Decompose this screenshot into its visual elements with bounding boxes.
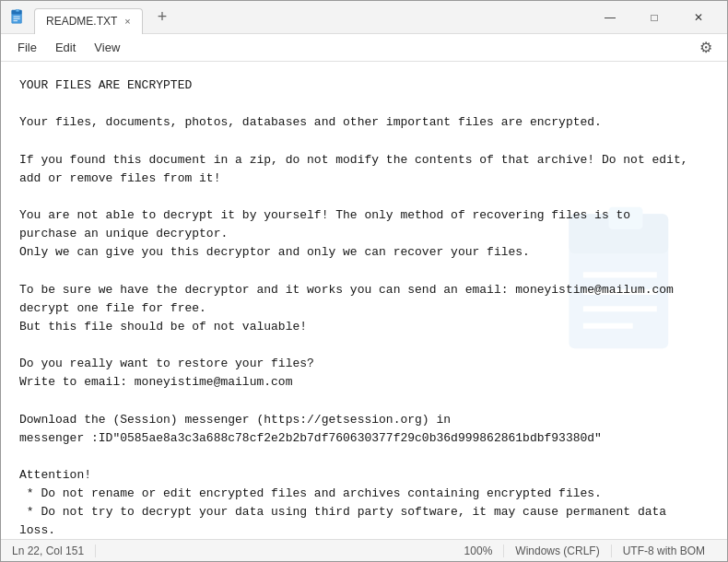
- svg-rect-5: [16, 9, 19, 12]
- menu-view[interactable]: View: [85, 37, 129, 58]
- new-tab-button[interactable]: +: [150, 7, 175, 27]
- notepad-icon: [8, 8, 27, 27]
- menu-edit[interactable]: Edit: [46, 37, 85, 58]
- minimize-button[interactable]: —: [589, 3, 631, 32]
- settings-icon[interactable]: ⚙: [692, 35, 720, 60]
- line-ending[interactable]: Windows (CRLF): [504, 544, 611, 557]
- encoding[interactable]: UTF-8 with BOM: [612, 544, 716, 557]
- maximize-button[interactable]: □: [633, 3, 675, 32]
- text-content[interactable]: YOUR FILES ARE ENCRYPTED Your files, doc…: [1, 62, 727, 539]
- editor-area[interactable]: YOUR FILES ARE ENCRYPTED Your files, doc…: [1, 62, 727, 539]
- menu-bar: File Edit View ⚙: [1, 34, 727, 62]
- title-bar-left: README.TXT × +: [8, 5, 174, 30]
- main-window: README.TXT × + — □ ✕ File Edit View ⚙: [0, 0, 728, 562]
- window-controls: — □ ✕: [589, 3, 720, 32]
- close-tab-button[interactable]: ×: [124, 17, 130, 27]
- menu-file[interactable]: File: [8, 37, 46, 58]
- active-tab[interactable]: README.TXT ×: [34, 8, 143, 34]
- tab-label: README.TXT: [46, 15, 117, 28]
- close-window-button[interactable]: ✕: [677, 3, 720, 32]
- zoom-level[interactable]: 100%: [453, 544, 505, 557]
- cursor-position: Ln 22, Col 151: [12, 544, 96, 557]
- title-bar: README.TXT × + — □ ✕: [1, 1, 727, 34]
- status-bar: Ln 22, Col 151 100% Windows (CRLF) UTF-8…: [1, 539, 727, 561]
